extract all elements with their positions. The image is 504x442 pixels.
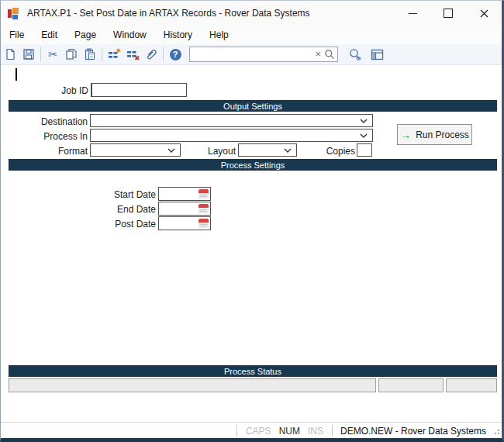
menu-file[interactable]: File — [1, 26, 33, 43]
attachment-button[interactable] — [142, 46, 161, 63]
job-id-input[interactable] — [91, 83, 187, 97]
resize-grip[interactable] — [491, 429, 500, 438]
app-icon-orange-square — [12, 8, 19, 14]
new-document-button[interactable] — [1, 46, 19, 63]
process-status-cell-3 — [446, 378, 497, 392]
find-preview-icon — [348, 48, 362, 61]
end-date-input[interactable] — [158, 202, 211, 216]
calendar-icon[interactable] — [198, 189, 209, 199]
format-label: Format — [1, 146, 88, 157]
calendar-icon[interactable] — [198, 219, 209, 228]
window-title: ARTAX.P1 - Set Post Date in ARTAX Record… — [27, 8, 310, 19]
menu-help[interactable]: Help — [201, 26, 237, 43]
chevron-down-icon — [167, 148, 175, 153]
help-button[interactable]: ? — [166, 46, 185, 63]
start-date-label: Start Date — [78, 189, 156, 200]
search-box: × — [189, 47, 338, 62]
format-select[interactable] — [90, 143, 181, 157]
statusbar-context: DEMO.NEW - Rover Data Systems — [337, 426, 489, 437]
maximize-button[interactable] — [430, 1, 466, 26]
toolbar-separator — [102, 47, 102, 61]
app-icon-blue-square — [12, 15, 18, 19]
title-bar: ARTAX.P1 - Set Post Date in ARTAX Record… — [1, 1, 502, 26]
delete-record-icon — [126, 48, 140, 60]
chevron-down-icon — [284, 148, 292, 153]
paste-icon — [84, 48, 96, 60]
num-indicator: NUM — [275, 426, 304, 437]
process-in-label: Process In — [1, 131, 88, 142]
run-process-label: Run Process — [416, 129, 469, 140]
menu-history[interactable]: History — [155, 26, 201, 43]
close-icon — [480, 9, 488, 18]
statusbar-separator — [236, 425, 237, 437]
help-icon: ? — [170, 49, 181, 60]
statusbar-separator — [332, 425, 333, 437]
save-button[interactable] — [19, 46, 38, 63]
delete-record-button[interactable] — [123, 46, 142, 63]
process-in-select[interactable] — [90, 129, 373, 142]
maximize-icon — [444, 9, 453, 18]
layout-panel-button[interactable] — [368, 46, 386, 63]
caps-indicator: CAPS — [242, 426, 275, 437]
window-controls — [395, 1, 502, 26]
end-date-label: End Date — [78, 204, 156, 215]
process-status-header: Process Status — [9, 365, 497, 377]
job-id-label: Job ID — [32, 85, 88, 96]
cut-button[interactable]: ✂ — [43, 46, 62, 63]
layout-select[interactable] — [238, 143, 297, 157]
app-icon — [8, 8, 21, 19]
process-settings-header: Process Settings — [9, 159, 497, 171]
text-cursor — [16, 68, 17, 81]
post-date-label: Post Date — [78, 219, 156, 230]
clear-search-icon[interactable]: × — [315, 48, 321, 60]
post-date-input[interactable] — [158, 216, 211, 230]
chevron-down-icon — [360, 119, 368, 123]
calendar-icon[interactable] — [198, 204, 209, 213]
search-icon[interactable] — [324, 49, 335, 60]
toolbar-separator — [40, 47, 41, 61]
output-settings-header: Output Settings — [9, 100, 497, 112]
menu-edit[interactable]: Edit — [33, 26, 66, 43]
cut-icon: ✂ — [48, 49, 57, 60]
chevron-down-icon — [360, 133, 368, 138]
layout-panel-icon — [371, 49, 384, 60]
run-process-button[interactable]: → Run Process — [397, 124, 472, 145]
save-icon — [22, 48, 35, 60]
app-icon-red-square — [8, 9, 12, 18]
add-record-button[interactable] — [105, 46, 123, 63]
ins-indicator: INS — [304, 426, 327, 437]
copies-label: Copies — [299, 146, 355, 157]
minimize-button[interactable] — [395, 1, 430, 26]
add-record-icon — [108, 48, 121, 60]
process-status-cell-main — [9, 378, 376, 392]
paste-button[interactable] — [81, 46, 99, 63]
menu-window[interactable]: Window — [105, 26, 155, 43]
menu-page[interactable]: Page — [66, 26, 105, 43]
close-button[interactable] — [466, 1, 502, 26]
run-arrow-icon: → — [400, 129, 411, 140]
toolbar: ✂ ? × — [1, 44, 502, 65]
copies-input[interactable] — [357, 143, 372, 157]
process-status-cell-2 — [378, 378, 444, 392]
find-preview-button[interactable] — [346, 46, 364, 63]
status-bar: CAPS NUM INS DEMO.NEW - Rover Data Syste… — [1, 423, 502, 439]
destination-label: Destination — [1, 116, 88, 127]
copy-button[interactable] — [62, 46, 81, 63]
paperclip-icon — [145, 48, 157, 60]
new-document-icon — [4, 48, 16, 60]
toolbar-separator — [163, 47, 164, 61]
minimize-icon — [409, 13, 417, 14]
menu-bar: File Edit Page Window History Help — [1, 26, 502, 44]
app-window: ARTAX.P1 - Set Post Date in ARTAX Record… — [0, 0, 504, 442]
destination-select[interactable] — [90, 114, 373, 127]
start-date-input[interactable] — [158, 187, 211, 201]
copy-icon — [65, 48, 78, 60]
layout-label: Layout — [179, 146, 236, 157]
